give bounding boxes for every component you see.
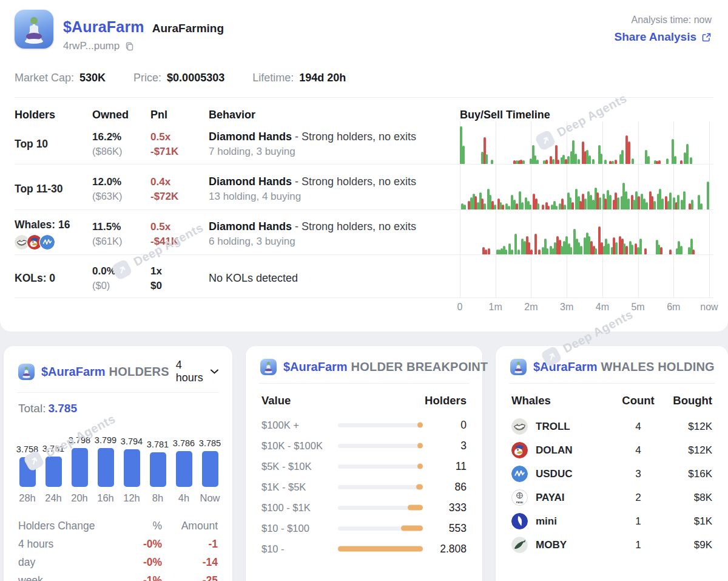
sell-bar [488, 248, 490, 254]
whale-count: 1 [610, 539, 666, 551]
breakpoint-track [338, 526, 423, 531]
divider [15, 297, 713, 298]
buy-bar [666, 158, 669, 164]
chevron-down-icon [210, 369, 219, 375]
axis-tick-label: 5m [631, 302, 644, 313]
sell-bar [557, 160, 559, 164]
range-dropdown[interactable]: 4 hours [176, 359, 219, 384]
breakpoint-range-label: $100 - $1K [261, 502, 329, 514]
table-row-whales: Whales: 16 11.5% ($61K) 0.5x -$41K Diamo… [0, 214, 461, 254]
whale-name: DOLAN [536, 444, 572, 457]
breakpoint-track [338, 485, 423, 489]
timeline-chart-top11-30 [460, 168, 709, 209]
buy-bar [639, 239, 642, 254]
holders-bar-column: 3.7818h [145, 440, 170, 504]
divider [15, 164, 713, 165]
buy-bar [522, 160, 525, 164]
owned-pct: 11.5% [92, 221, 148, 233]
breakpoint-track [338, 464, 423, 469]
price-label: Price: [133, 72, 161, 84]
breakpoint-row: $100K +0 [261, 415, 467, 435]
copy-icon[interactable] [124, 41, 135, 52]
pnl-usd: $0 [150, 280, 206, 292]
token-avatar-small [510, 359, 527, 375]
table-row-top10: Top 10 16.2% ($86K) 0.5x -$71K Diamond H… [0, 124, 461, 164]
buy-bar [595, 248, 597, 254]
range-label: 4 hours [176, 359, 206, 384]
whale-avatars [15, 235, 89, 250]
whale-row: PAYAIPAYAI2$8K [511, 486, 712, 509]
whale-name-cell: DOLAN [511, 442, 610, 458]
sell-bar [638, 196, 640, 209]
holders-bar [98, 448, 114, 487]
breakpoint-row: $10 -2.808 [261, 539, 467, 559]
whale-bought: $12K [666, 444, 712, 457]
buy-bar [494, 205, 496, 209]
whale-count: 2 [610, 492, 666, 504]
holders-bar [124, 449, 140, 487]
holders-bar-column: 3.75828h [15, 444, 40, 504]
owned-pct: 16.2% [92, 131, 148, 143]
bar-value-label: 3.794 [121, 437, 143, 446]
holders-bar-column: 3.7864h [171, 438, 197, 504]
troll-avatar-icon [511, 418, 528, 435]
token-name: AuraFarming [152, 22, 224, 35]
price-stat: Price: $0.0005303 [133, 72, 224, 84]
buy-bar [584, 199, 587, 209]
buy-bar [631, 245, 633, 254]
bar-value-label: 3.761 [42, 444, 64, 454]
breakpoint-holders-count: 0 [431, 419, 467, 432]
buy-bar [580, 246, 582, 254]
buy-bar [552, 159, 554, 164]
divider [15, 254, 713, 255]
breakpoint-track [338, 423, 423, 427]
breakpoint-card-title: $AuraFarmHOLDER BREAKPOINT [283, 360, 488, 374]
share-analysis-link[interactable]: Share Analysis [614, 30, 712, 44]
row-holders-label: KOLs: 0 [15, 272, 89, 285]
whale-name: PAYAI [536, 492, 565, 504]
bar-time-label: 4h [178, 492, 189, 504]
col-owned: Owned [92, 109, 129, 121]
dolan-avatar-icon [511, 442, 528, 458]
breakpoint-card-header: $AuraFarmHOLDER BREAKPOINT [246, 346, 482, 383]
owned-pct: 0.0% [92, 265, 148, 277]
sell-bar [625, 246, 628, 254]
buy-bar [511, 250, 513, 254]
buy-bar [700, 203, 703, 209]
breakpoint-fill [401, 526, 423, 531]
breakpoint-range-label: $10 - [261, 543, 329, 555]
whales-card-header: $AuraFarmWHALES HOLDING [496, 346, 728, 383]
whale-name-cell: PAYAIPAYAI [511, 489, 610, 506]
pnl-multiple: 0.5x [150, 221, 206, 233]
sell-bar [692, 250, 695, 254]
holders-card-title: $AuraFarmHOLDERS [41, 365, 169, 379]
whale-name-cell: mini [511, 513, 610, 529]
breakpoint-fill [416, 484, 423, 490]
buy-bar [617, 197, 619, 209]
buy-bar [686, 144, 689, 164]
col-timeline: Buy/Sell Timeline [460, 109, 550, 121]
axis-tick-label: 2m [524, 302, 538, 313]
buy-bar [599, 197, 601, 209]
bar-value-label: 3.798 [69, 435, 90, 445]
sell-bar [658, 160, 661, 164]
timeline-axis: 01m2m3m4m5m6mnow [460, 302, 709, 315]
sell-bar [615, 160, 617, 164]
sell-bar [534, 234, 537, 254]
buy-bar [546, 248, 548, 254]
breakpoint-holders-count: 11 [431, 460, 467, 473]
whale-bought: $12K [666, 421, 712, 433]
whale-count: 4 [610, 444, 666, 457]
holders-bar [202, 451, 218, 487]
bar-time-label: 12h [123, 492, 140, 504]
holders-card: $AuraFarmHOLDERS 4 hours Total:3.785 3.7… [4, 346, 232, 581]
usduc-avatar-icon [40, 235, 55, 250]
bar-time-label: 16h [97, 492, 114, 504]
buy-bar [691, 200, 693, 209]
holders-change-header: Holders Change % Amount [18, 517, 218, 535]
holders-bar [176, 451, 192, 487]
holders-bar-column: 3.79916h [93, 435, 118, 504]
breakpoint-row: $10 - $100553 [261, 518, 467, 539]
owned-usd: ($0) [92, 280, 148, 291]
buy-bar [669, 192, 672, 209]
